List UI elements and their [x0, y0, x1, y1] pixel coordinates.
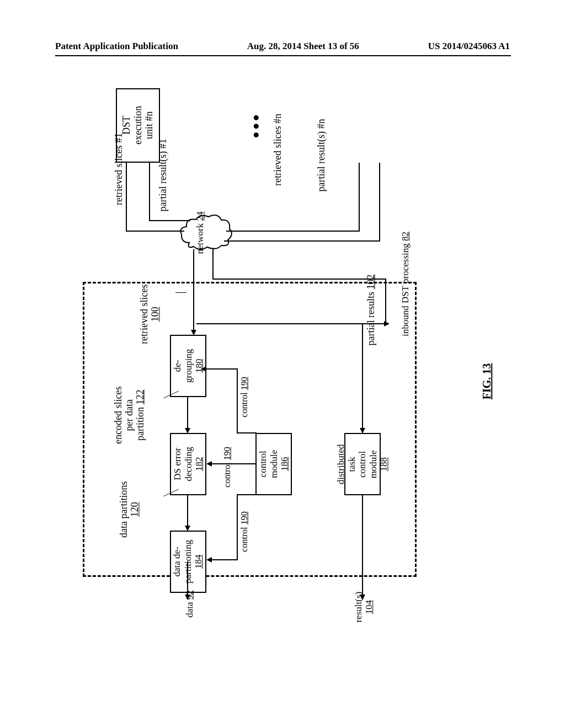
lbl-control-3: control 190 [239, 511, 249, 552]
line [362, 323, 363, 433]
line [211, 463, 257, 464]
box-depart: data de- partitioning 184 [170, 531, 206, 593]
dst-exec-n-l2: execution [132, 106, 143, 145]
arrow-head-icon [206, 557, 212, 563]
lbl-control-1: control 190 [239, 377, 249, 417]
arrow-head-icon [206, 461, 212, 467]
line [237, 432, 257, 433]
line [385, 279, 386, 323]
line [359, 163, 360, 232]
lbl-retrieved-slices-1: retrieved slices #1 [113, 133, 125, 205]
dst-exec-n-l1: DST [121, 116, 132, 135]
lbl-partial-result-n: partial result(s) #n [316, 119, 327, 192]
figure-label: FIG. 13 [481, 363, 493, 400]
line [237, 368, 238, 433]
leader [175, 292, 186, 293]
line [126, 231, 184, 232]
lbl-data: data 92 [184, 590, 195, 618]
line [187, 495, 188, 527]
header-right: US 2014/0245063 A1 [428, 41, 510, 52]
lbl-encoded-slices: encoded slices per data partition 122 [113, 386, 146, 443]
dots-icon: ●●● [249, 113, 263, 138]
lbl-results: result(s)104 [354, 592, 374, 623]
line [224, 240, 380, 242]
box-ds-error: DS error decoding 182 [170, 433, 206, 495]
line [205, 368, 237, 370]
page-header: Patent Application Publication Aug. 28, … [0, 41, 565, 52]
line [212, 279, 386, 280]
inbound-dst-label: inbound DST processing 82 [400, 232, 411, 336]
arrow-head-icon [360, 428, 365, 433]
lbl-data-partitions: data partitions120 [119, 481, 141, 538]
lbl-partial-result-1: partial result(s) #1 [157, 139, 169, 212]
header-rule [55, 55, 511, 56]
header-left: Patent Application Publication [55, 41, 178, 52]
box-dist-task: distributed task control module 188 [344, 433, 381, 495]
line [212, 249, 214, 279]
lbl-partial-results: partial results 102 [366, 274, 377, 345]
line [211, 559, 237, 560]
arrow-head-icon [384, 321, 390, 326]
line [193, 249, 194, 331]
header-center: Aug. 28, 2014 Sheet 13 of 56 [247, 41, 359, 52]
lbl-retrieved-slices-n: retrieved slices #n [272, 114, 284, 186]
line [187, 397, 188, 429]
diagram: DST execution unit #1 DST execution unit… [116, 88, 447, 601]
line [237, 494, 238, 560]
line [226, 231, 359, 232]
line [237, 494, 257, 495]
arrow-head-icon [201, 366, 206, 372]
line [196, 323, 386, 324]
lbl-control-2: control 190 [222, 447, 232, 487]
line [362, 495, 363, 596]
line [126, 163, 127, 232]
line [149, 163, 150, 221]
box-control-module: control module 186 [255, 433, 292, 495]
lbl-retrieved-slices: retrieved slices100 [139, 285, 161, 344]
network-label: network 24 [195, 212, 206, 254]
line [149, 220, 190, 221]
line [379, 163, 380, 242]
dst-exec-n-l3: unit #n [143, 111, 154, 140]
